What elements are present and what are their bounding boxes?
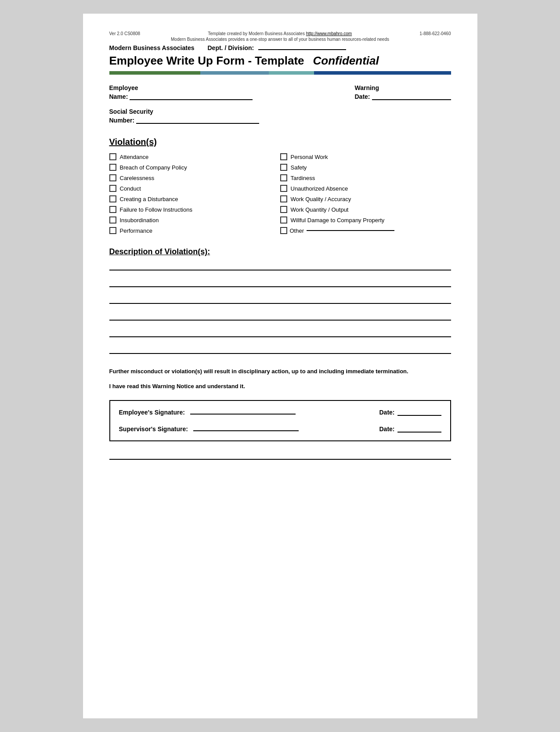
label-personal-work: Personal Work xyxy=(291,154,328,160)
list-item: Safety xyxy=(280,164,451,171)
list-item: Work Quality / Accuracy xyxy=(280,195,451,202)
list-item: Breach of Company Policy xyxy=(109,164,280,171)
bar-teal xyxy=(269,71,314,75)
warning-date-field: Date: xyxy=(354,93,451,100)
warning-date-underline xyxy=(372,99,451,100)
list-item: Willful Damage to Company Property xyxy=(280,216,451,224)
violations-right-col: Personal Work Safety Tardiness Unauthori… xyxy=(280,153,451,234)
label-conduct: Conduct xyxy=(120,185,141,192)
ssn-label: Social Security xyxy=(109,108,451,115)
write-line-1 xyxy=(109,270,451,270)
checkbox-personal-work[interactable] xyxy=(280,153,287,160)
checkbox-carelessness[interactable] xyxy=(109,174,116,181)
list-item: Personal Work xyxy=(280,153,451,160)
supervisor-sig-line xyxy=(193,430,299,431)
company-name: Modern Business Associates xyxy=(109,44,195,51)
dept-label: Dept. / Division: xyxy=(208,44,347,51)
employee-sig-label: Employee's Signature: xyxy=(119,409,296,416)
label-attendance: Attendance xyxy=(120,154,149,160)
label-other: Other xyxy=(290,227,304,234)
website-link[interactable]: http://www.mbahro.com xyxy=(306,31,352,36)
bar-blue-dark xyxy=(314,71,451,75)
write-line-5 xyxy=(109,336,451,337)
list-item: Attendance xyxy=(109,153,280,160)
version-text: Ver 2.0 CS0808 xyxy=(109,31,141,36)
other-item: Other xyxy=(280,227,451,234)
template-text: Template created by Modern Business Asso… xyxy=(208,31,352,36)
checkbox-disturbance[interactable] xyxy=(109,195,116,202)
label-willful-damage: Willful Damage to Company Property xyxy=(291,217,385,224)
employee-name-field: Name: xyxy=(109,93,253,100)
company-dept-row: Modern Business Associates Dept. / Divis… xyxy=(109,44,451,51)
employee-date-label: Date: xyxy=(379,409,394,416)
employee-sig-row: Employee's Signature: Date: xyxy=(119,409,441,416)
checkbox-tardiness[interactable] xyxy=(280,174,287,181)
label-insubordination: Insubordination xyxy=(120,217,159,224)
supervisor-sig-row: Supervisor's Signature: Date: xyxy=(119,425,441,433)
page: Ver 2.0 CS0808 Template created by Moder… xyxy=(83,13,478,719)
form-title: Employee Write Up Form - Template xyxy=(109,54,304,68)
description-heading: Description of Violation(s): xyxy=(109,247,451,256)
acknowledge-text: I have read this Warning Notice and unde… xyxy=(109,383,451,389)
label-performance: Performance xyxy=(120,227,152,234)
checkbox-conduct[interactable] xyxy=(109,185,116,192)
supervisor-date-line xyxy=(397,432,441,433)
label-work-quantity: Work Quantity / Output xyxy=(291,206,349,213)
bottom-border xyxy=(109,459,451,460)
list-item: Performance xyxy=(109,227,280,234)
label-tardiness: Tardiness xyxy=(291,175,315,181)
checkbox-attendance[interactable] xyxy=(109,153,116,160)
signature-box: Employee's Signature: Date: Supervisor's… xyxy=(109,400,451,441)
employee-label: Employee xyxy=(109,84,253,91)
ssn-underline xyxy=(136,123,259,124)
employee-warning-row: Employee Name: Warning Date: xyxy=(109,84,451,100)
checkbox-unauthorized[interactable] xyxy=(280,185,287,192)
label-failure: Failure to Follow Instructions xyxy=(120,206,192,213)
label-unauthorized: Unauthorized Absence xyxy=(291,185,348,192)
list-item: Tardiness xyxy=(280,174,451,181)
list-item: Carelessness xyxy=(109,174,280,181)
label-breach: Breach of Company Policy xyxy=(120,164,187,171)
label-disturbance: Creating a Disturbance xyxy=(120,196,178,202)
list-item: Insubordination xyxy=(109,216,280,224)
violations-heading: Violation(s) xyxy=(109,137,451,147)
bar-blue-light xyxy=(200,71,269,75)
title-row: Employee Write Up Form - Template Confid… xyxy=(109,54,451,68)
checkbox-breach[interactable] xyxy=(109,164,116,171)
violations-grid: Attendance Breach of Company Policy Care… xyxy=(109,153,451,234)
header-meta: Ver 2.0 CS0808 Template created by Moder… xyxy=(109,31,451,36)
list-item: Conduct xyxy=(109,185,280,192)
checkbox-willful-damage[interactable] xyxy=(280,216,287,224)
list-item: Unauthorized Absence xyxy=(280,185,451,192)
checkbox-safety[interactable] xyxy=(280,164,287,171)
ssn-field: Number: xyxy=(109,117,451,124)
employee-date-group: Date: xyxy=(379,409,441,416)
checkbox-failure[interactable] xyxy=(109,206,116,213)
warning-date-block: Warning Date: xyxy=(354,84,451,100)
checkbox-performance[interactable] xyxy=(109,227,116,234)
label-work-quality: Work Quality / Accuracy xyxy=(291,196,351,202)
other-fill-line xyxy=(307,230,394,231)
write-line-4 xyxy=(109,320,451,321)
checkbox-other[interactable] xyxy=(280,227,287,234)
confidential-label: Confidential xyxy=(313,54,379,68)
label-carelessness: Carelessness xyxy=(120,175,155,181)
label-safety: Safety xyxy=(291,164,307,171)
checkbox-work-quality[interactable] xyxy=(280,195,287,202)
employee-sig-line xyxy=(190,414,296,415)
ssn-block: Social Security Number: xyxy=(109,108,451,124)
list-item: Creating a Disturbance xyxy=(109,195,280,202)
supervisor-date-group: Date: xyxy=(379,425,441,433)
checkbox-work-quantity[interactable] xyxy=(280,206,287,213)
color-bar xyxy=(109,71,451,75)
write-line-6 xyxy=(109,353,451,354)
employee-name-underline xyxy=(130,99,253,100)
phone-text: 1-888-622-0460 xyxy=(419,31,451,36)
warning-label: Warning xyxy=(354,84,451,91)
checkbox-insubordination[interactable] xyxy=(109,216,116,224)
list-item: Work Quantity / Output xyxy=(280,206,451,213)
termination-warning: Further misconduct or violation(s) will … xyxy=(109,367,451,376)
write-lines xyxy=(109,270,451,354)
violations-left-col: Attendance Breach of Company Policy Care… xyxy=(109,153,280,234)
supervisor-sig-label: Supervisor's Signature: xyxy=(119,425,299,433)
